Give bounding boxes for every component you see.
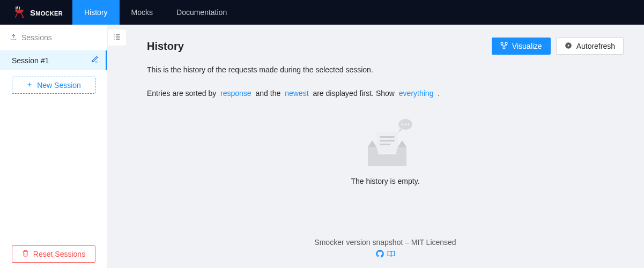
nav-history[interactable]: History xyxy=(72,0,120,25)
svg-point-0 xyxy=(22,16,24,18)
page-title: History xyxy=(147,40,184,53)
autorefresh-button[interactable]: Autorefresh xyxy=(556,38,624,55)
svg-rect-10 xyxy=(501,42,503,44)
svg-rect-12 xyxy=(503,47,505,49)
graph-icon xyxy=(500,42,508,51)
empty-state: The history is empty. xyxy=(147,98,624,233)
sort-line: Entries are sorted by response and the n… xyxy=(147,89,624,98)
list-icon xyxy=(113,33,121,43)
page-description: This is the history of the requests made… xyxy=(147,65,624,74)
plus-icon xyxy=(26,81,33,90)
new-session-button[interactable]: New Session xyxy=(12,77,95,94)
edit-icon[interactable] xyxy=(91,56,99,65)
play-circle-icon xyxy=(565,42,572,51)
grill-icon xyxy=(13,5,26,20)
svg-point-6 xyxy=(114,36,114,37)
footer: Smocker version snapshot – MIT Licensed xyxy=(147,233,624,268)
svg-point-5 xyxy=(114,34,114,35)
svg-rect-11 xyxy=(505,42,507,44)
sidebar-header: Sessions xyxy=(0,25,107,50)
github-link[interactable] xyxy=(376,250,384,259)
visualize-button[interactable]: Visualize xyxy=(492,38,551,55)
svg-rect-20 xyxy=(380,136,395,138)
new-session-label: New Session xyxy=(37,81,81,90)
app-header: Smocker History Mocks Documentation xyxy=(0,0,644,25)
session-list: Session #1 New Session xyxy=(0,50,107,245)
nav-documentation[interactable]: Documentation xyxy=(165,0,239,25)
nav-mocks[interactable]: Mocks xyxy=(120,0,165,25)
autorefresh-label: Autorefresh xyxy=(576,42,615,50)
book-icon xyxy=(387,251,395,259)
sidebar: Sessions Session #1 xyxy=(0,25,107,268)
sort-by-link[interactable]: response xyxy=(218,89,254,98)
svg-point-16 xyxy=(401,123,403,125)
sidebar-title: Sessions xyxy=(21,33,52,42)
svg-rect-19 xyxy=(376,132,398,153)
session-item[interactable]: Session #1 xyxy=(0,50,107,70)
github-icon xyxy=(376,251,384,259)
filter-link[interactable]: everything xyxy=(397,89,436,98)
sort-prefix: Entries are sorted by xyxy=(147,89,216,98)
sort-middle: and the xyxy=(256,89,281,98)
visualize-label: Visualize xyxy=(512,42,542,50)
reset-sessions-label: Reset Sessions xyxy=(33,250,85,258)
svg-point-18 xyxy=(408,123,410,125)
brand-name: Smocker xyxy=(30,8,63,17)
sort-order-link[interactable]: newest xyxy=(283,89,310,98)
session-item-label: Session #1 xyxy=(12,56,49,65)
footer-text: Smocker version snapshot – MIT Licensed xyxy=(147,238,624,247)
svg-rect-22 xyxy=(380,144,390,145)
sessions-list-button[interactable] xyxy=(107,29,127,46)
sort-end: . xyxy=(438,89,440,98)
svg-point-7 xyxy=(114,39,114,39)
empty-text: The history is empty. xyxy=(351,177,419,185)
sort-suffix: are displayed first. Show xyxy=(313,89,395,98)
docs-link[interactable] xyxy=(387,250,395,259)
logo[interactable]: Smocker xyxy=(0,0,72,25)
page-actions: Visualize Autorefresh xyxy=(492,38,624,55)
svg-point-17 xyxy=(404,123,406,125)
main-content: History Visualize xyxy=(107,25,644,268)
main-nav: History Mocks Documentation xyxy=(72,0,239,25)
empty-illustration xyxy=(356,117,415,170)
upload-icon[interactable] xyxy=(10,33,17,42)
reset-sessions-button[interactable]: Reset Sessions xyxy=(12,245,95,263)
trash-icon xyxy=(22,250,29,258)
svg-rect-21 xyxy=(380,140,395,142)
